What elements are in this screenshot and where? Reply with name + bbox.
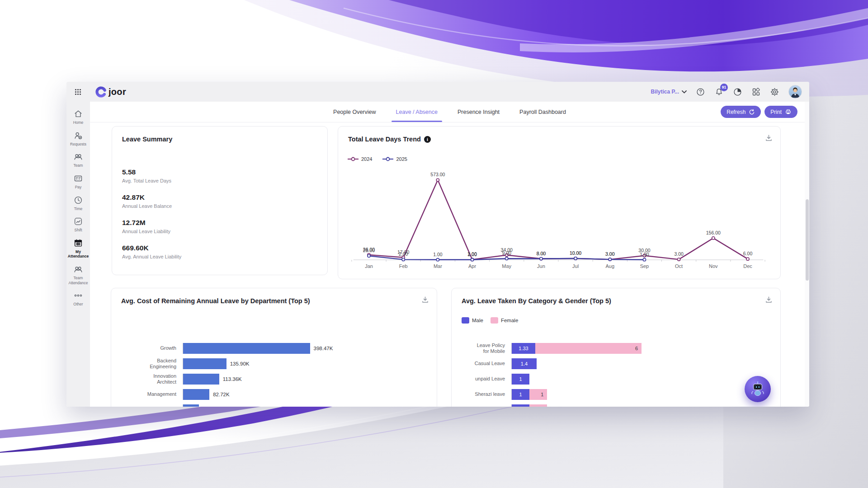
chatbot-button[interactable] xyxy=(745,376,771,402)
tab-people-overview[interactable]: People Overview xyxy=(332,102,377,122)
sidebar-item-pay[interactable]: Pay xyxy=(66,174,90,190)
segment-value-label: 1 xyxy=(512,374,529,385)
bar-row: Management82.72K xyxy=(121,389,425,400)
sidebar-item-time[interactable]: Time xyxy=(66,195,90,211)
legend-item-male[interactable]: Male xyxy=(462,317,483,324)
theme-contrast-icon[interactable] xyxy=(733,87,742,97)
data-point-2024[interactable] xyxy=(436,178,439,181)
leave-by-gender-title: Avg. Leave Taken By Category & Gender (T… xyxy=(462,297,611,305)
bar-value-label: 113.36K xyxy=(223,376,242,382)
data-point-2025[interactable] xyxy=(436,258,439,261)
segment-value-label: 1 xyxy=(541,389,543,400)
data-point-2025[interactable] xyxy=(471,258,473,261)
refresh-icon xyxy=(749,109,755,115)
value-label: 1.00 xyxy=(640,252,649,257)
tab-presence-insight[interactable]: Presence Insight xyxy=(457,102,500,122)
tab-payroll-dashboard[interactable]: Payroll Dashboard xyxy=(519,102,567,122)
logo-text: joor xyxy=(108,87,126,97)
info-icon[interactable]: i xyxy=(424,136,431,143)
sidebar-item-other[interactable]: Other xyxy=(66,291,90,307)
settings-gear-icon[interactable] xyxy=(770,87,779,97)
trend-legend[interactable]: 20242025 xyxy=(347,156,407,162)
x-axis-label: Dec xyxy=(743,263,752,269)
value-label: 10.00 xyxy=(570,250,581,256)
bar[interactable] xyxy=(183,389,209,400)
user-avatar[interactable] xyxy=(788,85,802,99)
sidebar-nav: Home Requests Team Pay xyxy=(66,102,90,407)
x-axis-label: Mar xyxy=(434,263,442,269)
bar-segment-male[interactable]: 1 xyxy=(512,389,529,400)
download-icon[interactable] xyxy=(764,296,773,304)
help-icon[interactable] xyxy=(696,87,705,97)
segment-value-label: 1 xyxy=(512,389,529,400)
bar[interactable] xyxy=(183,343,310,354)
apps-grid-icon[interactable] xyxy=(751,87,761,97)
gender-legend[interactable]: MaleFemale xyxy=(462,317,518,324)
leave-by-gender-card: Avg. Leave Taken By Category & Gender (T… xyxy=(451,288,781,407)
value-label: 8.00 xyxy=(537,251,546,256)
download-icon[interactable] xyxy=(421,296,429,304)
data-point-2025[interactable] xyxy=(540,257,542,260)
bar-segment-female[interactable]: 6 xyxy=(535,343,642,354)
legend-item-2024[interactable]: 2024 xyxy=(347,156,372,162)
bar-segment-female[interactable] xyxy=(529,404,547,407)
chatbot-robot-icon xyxy=(749,380,766,398)
account-menu[interactable]: Bilytica P... xyxy=(651,89,687,95)
sidebar-item-my-attendance[interactable]: My Attendance xyxy=(66,238,90,259)
trend-title: Total Leave Days Trend xyxy=(348,136,421,143)
bar-row: Leave Policy for Mobile1.336 xyxy=(462,343,769,354)
bar[interactable] xyxy=(183,358,226,369)
bar-row: unpaid Leave1 xyxy=(462,374,769,385)
x-axis-label: Sep xyxy=(640,263,649,269)
x-axis-label: May xyxy=(502,263,511,269)
ojoor-logo[interactable]: joor xyxy=(95,86,126,98)
bar-segment-male[interactable]: 1 xyxy=(512,374,529,385)
legend-item-2025[interactable]: 2025 xyxy=(382,156,407,162)
data-point-2025[interactable] xyxy=(368,254,370,257)
bar[interactable] xyxy=(183,374,219,385)
ojoor-logo-icon xyxy=(95,86,107,98)
topbar-actions: Bilytica P... xyxy=(651,85,809,99)
category-label: Backend Engineering xyxy=(121,358,183,370)
bar-segment-male[interactable]: 1.4 xyxy=(512,358,537,369)
data-point-2024[interactable] xyxy=(712,237,715,239)
sidebar-item-team-attendance[interactable]: Team Attendance xyxy=(66,264,90,285)
bar-value-label: 398.47K xyxy=(314,346,333,351)
home-icon xyxy=(73,109,83,119)
sidebar-item-shift[interactable]: Shift xyxy=(66,216,90,233)
bar-row: Innovation Architect113.36K xyxy=(121,374,425,385)
x-axis-label: Aug xyxy=(605,263,614,269)
leave-by-gender-bar-chart: Leave Policy for Mobile1.336Casual Leave… xyxy=(462,343,769,407)
sidebar-item-home[interactable]: Home xyxy=(66,109,90,125)
legend-swatch xyxy=(462,317,469,324)
bar-segment-female[interactable]: 1 xyxy=(529,389,547,400)
person-check-icon xyxy=(73,131,83,141)
data-point-2025[interactable] xyxy=(505,257,508,260)
bar-row: Growth398.47K xyxy=(121,343,425,354)
data-point-2025[interactable] xyxy=(609,258,611,261)
tab-leave-absence[interactable]: Leave / Absence xyxy=(395,102,439,122)
refresh-button[interactable]: Refresh xyxy=(721,106,761,118)
data-point-2025[interactable] xyxy=(402,258,405,261)
print-button[interactable]: Print xyxy=(764,106,797,118)
data-point-2024[interactable] xyxy=(746,258,749,260)
download-icon[interactable] xyxy=(764,134,773,142)
bar-row xyxy=(121,404,425,407)
data-point-2025[interactable] xyxy=(643,258,646,261)
data-point-2024[interactable] xyxy=(678,258,680,261)
value-label: 9.00 xyxy=(502,250,512,256)
bar-segment-male[interactable]: 1.33 xyxy=(512,343,535,354)
app-launcher-icon[interactable] xyxy=(75,89,81,95)
bar-segment-male[interactable] xyxy=(512,404,529,407)
category-label: Growth xyxy=(121,345,183,351)
notifications-bell-icon[interactable]: 91 xyxy=(714,87,724,97)
bar-row: Sherazi leave11 xyxy=(462,389,769,400)
bar[interactable] xyxy=(183,404,199,407)
legend-item-female[interactable]: Female xyxy=(491,317,518,324)
notification-count-badge: 91 xyxy=(720,84,728,91)
sidebar-item-team[interactable]: Team xyxy=(66,152,90,168)
scrollbar-thumb[interactable] xyxy=(806,199,809,281)
value-label: 1.00 xyxy=(467,252,477,257)
data-point-2025[interactable] xyxy=(574,257,577,260)
sidebar-item-requests[interactable]: Requests xyxy=(66,131,90,147)
